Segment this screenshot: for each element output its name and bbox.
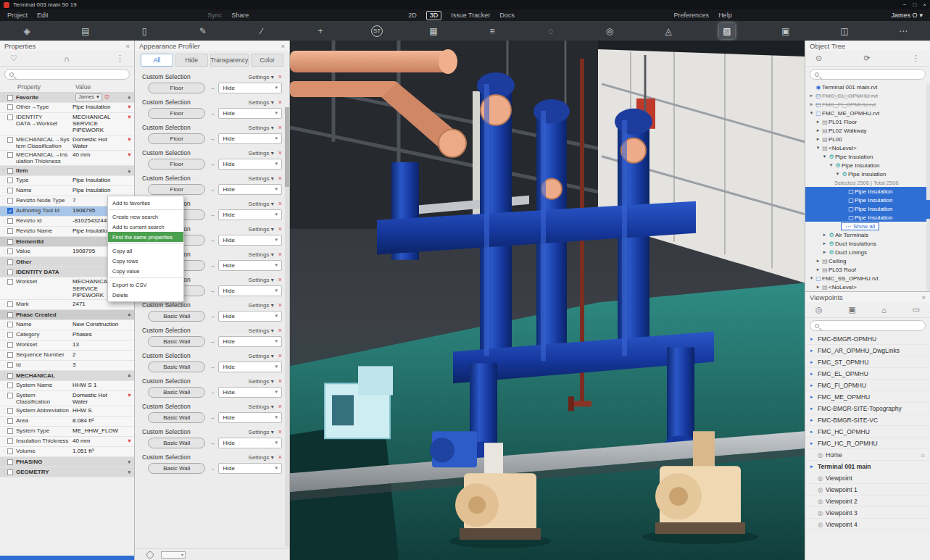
menu-docs[interactable]: Docs [499,12,515,19]
rule-delete-icon[interactable]: × [278,73,282,80]
expand-icon[interactable]: ▸ [810,464,818,469]
object-tree-menu-dots-icon[interactable]: ⋮ [912,54,920,63]
context-menu-item[interactable]: Add to favorites [108,198,183,208]
tree-item[interactable]: ▾⚙Pipe Insulation [805,152,930,161]
row-checkbox[interactable] [7,469,13,475]
row-drag-handle-icon[interactable]: ⋮ [0,93,7,101]
favorites-heart-icon[interactable]: ♡ [10,54,17,63]
close-button[interactable]: × [923,1,926,8]
rule-action-dropdown[interactable]: Hide▾ [218,159,282,170]
menu-project[interactable]: Project [7,12,28,19]
rule-action-dropdown[interactable]: Hide▾ [218,285,282,296]
favorite-heart-icon[interactable]: ♥ [125,104,134,110]
row-checkbox[interactable] [7,279,13,285]
row-checkbox[interactable] [7,239,13,245]
mode-2d-button[interactable]: 2D [408,12,417,19]
tree-item[interactable]: ▸▢FMC_FI_OPMHU.rvt [805,100,930,109]
property-row[interactable]: ⋮MECHANICAL→Insulation Thickness40 mm♥ [0,151,134,166]
zoom-tool-icon[interactable]: ◌ [543,23,559,39]
properties-search[interactable] [4,69,130,80]
row-checkbox[interactable] [7,152,13,158]
row-checkbox[interactable] [7,312,13,318]
viewport-3d[interactable] [290,41,805,560]
row-checkbox[interactable] [7,342,13,348]
context-menu-item[interactable]: Create new search [108,212,183,222]
rule-action-dropdown[interactable]: Hide▾ [218,311,282,322]
rule-action-dropdown[interactable]: Hide▾ [218,362,282,372]
tree-expand-icon[interactable]: ▸ [815,128,821,133]
measure-tool-icon[interactable]: ∕ [254,23,270,39]
rule-action-dropdown[interactable]: Hide▾ [218,209,282,220]
row-drag-handle-icon[interactable]: ⋮ [0,238,7,246]
row-drag-handle-icon[interactable]: ⋮ [0,392,7,400]
favorite-user-dropdown[interactable]: James▾ [75,93,102,101]
row-drag-handle-icon[interactable]: ⋮ [0,301,7,309]
filter-icon[interactable]: ∩ [64,54,70,63]
tree-expand-icon[interactable]: ▾ [808,110,815,116]
row-checkbox[interactable]: ✓ [7,208,13,214]
menu-edit[interactable]: Edit [37,12,49,19]
row-drag-handle-icon[interactable]: ⋮ [0,114,7,122]
tree-expand-icon[interactable]: ▸ [808,101,815,107]
gallery-tool-icon[interactable]: ▣ [778,23,794,39]
visibility-eye-icon[interactable]: ⊙ [815,54,822,63]
viewpoints-close-icon[interactable]: × [921,293,926,301]
property-row[interactable]: ⋮Sequence Number2 [0,351,134,361]
rule-action-dropdown[interactable]: Hide▾ [218,387,282,398]
row-checkbox[interactable] [7,114,13,120]
tree-expand-icon[interactable]: ▾ [828,162,834,168]
row-checkbox[interactable] [7,448,13,454]
viewpoint-item[interactable]: ◎Viewpoint 3 [805,507,930,519]
viewpoints-search[interactable] [810,320,926,331]
tree-item[interactable]: ▸⚙Air Terminals [805,230,930,239]
property-row[interactable]: ⋮System ClassificationDomestic Hot Water… [0,391,134,406]
tree-item[interactable]: ▾⚙Pipe Insulation [805,161,930,170]
row-checkbox[interactable] [7,269,13,275]
context-menu-item[interactable]: Add to current search [108,222,183,232]
rule-delete-icon[interactable]: × [278,403,282,410]
object-tree-search[interactable] [810,69,926,80]
tree-item[interactable]: ▸▤Ceiling [805,256,930,265]
group-collapse-icon[interactable]: ▾ [124,469,134,475]
row-drag-handle-icon[interactable]: ⋮ [0,372,7,380]
group-collapse-icon[interactable]: ▴ [124,312,134,317]
tree-item[interactable]: ▾⚙Pipe Insulation [805,170,930,178]
show-all-button[interactable]: ⋯Show all [841,222,879,230]
navigate-tool-icon[interactable]: ◎ [602,23,618,39]
menu-help[interactable]: Help [718,12,732,19]
property-row[interactable]: ⋮System TypeME_HHW_FLOW [0,427,134,437]
row-drag-handle-icon[interactable]: ⋮ [0,104,7,112]
rule-delete-icon[interactable]: × [278,377,282,385]
tree-item[interactable]: ▸▤PL03 Roof [805,265,930,274]
expand-icon[interactable]: ▸ [810,394,818,400]
grid-view-tool-icon[interactable]: ▦ [425,23,441,39]
row-drag-handle-icon[interactable]: ⋮ [0,438,7,446]
row-drag-handle-icon[interactable]: ⋮ [0,458,7,466]
row-checkbox[interactable] [7,259,13,265]
favorite-heart-icon[interactable]: ♥ [125,438,134,444]
viewpoint-item[interactable]: ▸Terminal 001 main [805,461,930,472]
row-drag-handle-icon[interactable]: ⋮ [0,427,7,435]
row-drag-handle-icon[interactable]: ⋮ [0,268,7,276]
row-drag-handle-icon[interactable]: ⋮ [0,177,7,185]
rule-element-button[interactable]: Floor [148,83,205,93]
tree-item[interactable]: ▸▤PL01 Floor [805,117,930,126]
group-collapse-icon[interactable]: ▾ [124,459,134,465]
tree-item[interactable]: ▸▤PL02 Walkway [805,126,930,135]
tree-item[interactable]: ▾▢FMC_SS_OPMHU.rvt [805,274,930,283]
tree-expand-icon[interactable]: ▸ [815,119,821,125]
rule-element-button[interactable]: Floor [148,184,205,195]
row-checkbox[interactable] [7,137,13,143]
row-checkbox[interactable] [7,408,13,414]
row-drag-handle-icon[interactable]: ⋮ [0,362,7,369]
rule-action-dropdown[interactable]: Hide▾ [218,438,282,448]
row-drag-handle-icon[interactable]: ⋮ [0,331,7,339]
property-row[interactable]: ⋮Insulation Thickness40 mm♥ [0,437,134,447]
favorite-heart-icon[interactable]: ♡ [102,94,112,101]
markup-tool-icon[interactable]: ◈ [19,23,35,39]
menu-sync[interactable]: Sync [207,12,222,19]
properties-hscrollbar[interactable] [0,556,134,560]
context-menu-item[interactable]: Copy value [108,266,183,276]
row-drag-handle-icon[interactable]: ⋮ [0,187,7,195]
tree-item[interactable]: ▸⚙Duct Insulations [805,239,930,248]
